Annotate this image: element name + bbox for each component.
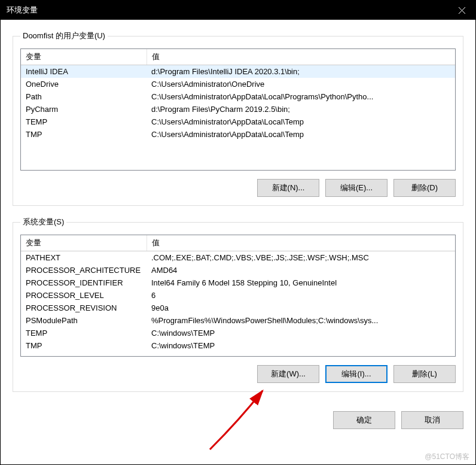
system-vars-group: 系统变量(S) 变量 值 PATHEXT.COM;.EXE;.BAT;.CMD;…: [13, 217, 463, 392]
cell-var: TEMP: [21, 116, 147, 128]
table-row[interactable]: TEMPC:\Users\Administrator\AppData\Local…: [21, 116, 455, 128]
table-row[interactable]: TMPC:\Users\Administrator\AppData\Local\…: [21, 128, 455, 141]
user-new-button[interactable]: 新建(N)...: [257, 179, 319, 197]
col-header-val[interactable]: 值: [147, 235, 455, 251]
user-vars-group: Doomfist 的用户变量(U) 变量 值 IntelliJ IDEAd:\P…: [13, 31, 463, 206]
table-row[interactable]: PROCESSOR_ARCHITECTUREAMD64: [21, 264, 455, 276]
cell-var: Path: [21, 90, 147, 103]
window-title: 环境变量: [7, 5, 448, 16]
cell-var: PROCESSOR_ARCHITECTURE: [21, 264, 147, 276]
col-header-val[interactable]: 值: [147, 49, 455, 65]
ok-button[interactable]: 确定: [333, 411, 395, 429]
watermark-text: @51CTO博客: [425, 452, 469, 462]
cell-var: PyCharm: [21, 103, 147, 116]
table-row[interactable]: PSModulePath%ProgramFiles%\WindowsPowerS…: [21, 314, 455, 327]
user-vars-table[interactable]: 变量 值 IntelliJ IDEAd:\Program Files\Intel…: [20, 48, 456, 171]
table-row[interactable]: TEMPC:\windows\TEMP: [21, 327, 455, 339]
table-row[interactable]: PathC:\Users\Administrator\AppData\Local…: [21, 90, 455, 103]
cell-var: TMP: [21, 128, 147, 141]
user-vars-legend: Doomfist 的用户变量(U): [20, 31, 108, 41]
table-row[interactable]: PROCESSOR_IDENTIFIERIntel64 Family 6 Mod…: [21, 276, 455, 289]
cell-val: C:\Users\Administrator\AppData\Local\Tem…: [147, 128, 455, 141]
cell-var: PROCESSOR_LEVEL: [21, 289, 147, 302]
table-row[interactable]: PyCharmd:\Program Files\PyCharm 2019.2.5…: [21, 103, 455, 116]
cell-var: TMP: [21, 339, 147, 352]
col-header-var[interactable]: 变量: [21, 235, 147, 251]
table-row[interactable]: OneDriveC:\Users\Administrator\OneDrive: [21, 78, 455, 90]
cell-var: PROCESSOR_REVISION: [21, 302, 147, 314]
user-edit-button[interactable]: 编辑(E)...: [325, 179, 387, 197]
cancel-button[interactable]: 取消: [401, 411, 463, 429]
env-vars-dialog: 环境变量 Doomfist 的用户变量(U) 变量 值 IntelliJ IDE…: [0, 0, 476, 465]
cell-var: IntelliJ IDEA: [21, 65, 147, 78]
cell-val: 6: [147, 289, 455, 302]
cell-val: d:\Program Files\IntelliJ IDEA 2020.3.1\…: [147, 65, 455, 78]
titlebar: 环境变量: [1, 1, 475, 20]
cell-var: PROCESSOR_IDENTIFIER: [21, 276, 147, 289]
table-row[interactable]: PATHEXT.COM;.EXE;.BAT;.CMD;.VBS;.VBE;.JS…: [21, 251, 455, 265]
system-new-button[interactable]: 新建(W)...: [257, 365, 319, 383]
system-vars-table[interactable]: 变量 值 PATHEXT.COM;.EXE;.BAT;.CMD;.VBS;.VB…: [20, 235, 456, 357]
cell-val: C:\windows\TEMP: [147, 327, 455, 339]
cell-val: %ProgramFiles%\WindowsPowerShell\Modules…: [147, 314, 455, 327]
cell-var: PSModulePath: [21, 314, 147, 327]
table-row[interactable]: TMPC:\windows\TEMP: [21, 339, 455, 352]
close-icon[interactable]: [448, 1, 475, 20]
cell-var: TEMP: [21, 327, 147, 339]
cell-val: C:\windows\TEMP: [147, 339, 455, 352]
cell-val: AMD64: [147, 264, 455, 276]
col-header-var[interactable]: 变量: [21, 49, 147, 65]
cell-var: PATHEXT: [21, 251, 147, 265]
system-vars-legend: 系统变量(S): [20, 217, 66, 227]
cell-val: C:\Users\Administrator\AppData\Local\Pro…: [147, 90, 455, 103]
user-delete-button[interactable]: 删除(D): [393, 179, 456, 197]
cell-val: 9e0a: [147, 302, 455, 314]
cell-val: .COM;.EXE;.BAT;.CMD;.VBS;.VBE;.JS;.JSE;.…: [147, 251, 455, 265]
cell-val: C:\Users\Administrator\OneDrive: [147, 78, 455, 90]
cell-val: C:\Users\Administrator\AppData\Local\Tem…: [147, 116, 455, 128]
table-row[interactable]: IntelliJ IDEAd:\Program Files\IntelliJ I…: [21, 65, 455, 78]
system-edit-button[interactable]: 编辑(I)...: [325, 365, 387, 383]
cell-val: d:\Program Files\PyCharm 2019.2.5\bin;: [147, 103, 455, 116]
cell-val: Intel64 Family 6 Model 158 Stepping 10, …: [147, 276, 455, 289]
table-row[interactable]: PROCESSOR_LEVEL6: [21, 289, 455, 302]
system-delete-button[interactable]: 删除(L): [393, 365, 456, 383]
table-row[interactable]: PROCESSOR_REVISION9e0a: [21, 302, 455, 314]
cell-var: OneDrive: [21, 78, 147, 90]
